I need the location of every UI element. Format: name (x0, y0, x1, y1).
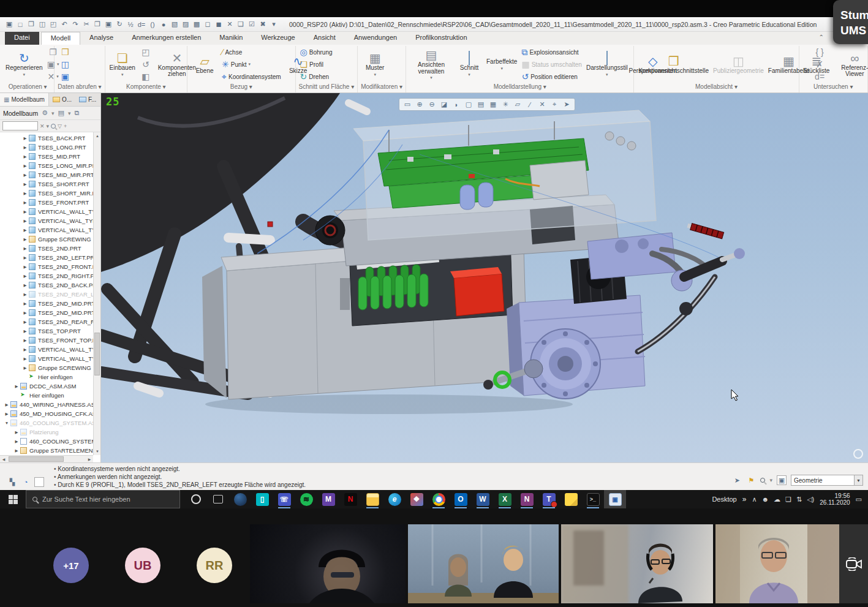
tree-item[interactable]: ▶ TSES_FRONT.PRT (0, 198, 100, 207)
import-image-button[interactable]: ▣ (58, 70, 72, 83)
sync-icon[interactable]: ⇅ (796, 496, 802, 503)
ribbon-tab[interactable]: Anwendungen (345, 32, 406, 45)
tree-settings-icon[interactable]: ⚙ (42, 109, 48, 117)
tree-expander-icon[interactable]: ▶ (22, 154, 28, 159)
outlook-icon[interactable]: O (450, 490, 472, 508)
cortana-icon[interactable] (185, 490, 207, 508)
mirror-component-button[interactable]: ◧ (138, 70, 153, 83)
tree-expander-icon[interactable]: ▶ (22, 311, 28, 315)
shared-data-button[interactable]: ◫ (58, 58, 72, 70)
plane-display-icon[interactable]: ▱ (512, 99, 523, 110)
camera-panel[interactable] (839, 524, 868, 603)
whatsapp-icon[interactable]: ☏ (273, 490, 295, 508)
undo-icon[interactable]: ↶ (59, 19, 70, 30)
browser-globe-icon[interactable]: ◔ (21, 477, 31, 487)
sticky-notes-icon[interactable] (560, 490, 582, 508)
ribbon-tab[interactable]: Ansicht (304, 32, 345, 45)
filter-icon[interactable]: ▽ (58, 123, 62, 129)
tree-item[interactable]: Hier einfügen (0, 372, 100, 382)
ribbon-tab[interactable]: Profilkonstruktion (406, 32, 476, 45)
select-working-window-icon[interactable]: ☑ (246, 19, 257, 30)
overflow-icon[interactable]: » (742, 495, 747, 503)
create-component-button[interactable]: ◰ (138, 46, 153, 58)
graphics-viewport[interactable]: 25 ▭⊕⊖◪◗▢▤▦✳▱⁄✕⌖➤ (101, 93, 868, 462)
regenerieren-button[interactable]: ↻ Regenerieren ▾ (4, 46, 44, 83)
ribbon-tab[interactable]: Modell (41, 32, 80, 45)
window-icon[interactable]: ❏ (235, 19, 246, 30)
clear-search-icon[interactable]: ✕ (40, 123, 45, 129)
tree-item[interactable]: ▶ TSES_FRONT_TOP.P (0, 336, 100, 345)
chevron-down-icon[interactable]: ▾ (47, 123, 50, 129)
tree-expander-icon[interactable]: ▶ (4, 412, 10, 417)
achse-button[interactable]: ⁄Achse (221, 46, 282, 58)
excel-icon[interactable]: X (494, 490, 516, 508)
selection-filter-dropdown[interactable]: Geometrie ▼ (791, 475, 863, 486)
taskbar-clock[interactable]: 19:56 26.11.2020 (820, 492, 850, 506)
tree-item[interactable]: ▶ 460_COOLING_SYSTEM_ (0, 437, 100, 446)
tree-item[interactable]: ▶ TSES_2ND_RIGHT.P (0, 271, 100, 281)
video-tile-2[interactable] (408, 524, 559, 603)
cut-icon[interactable]: ✂ (81, 19, 92, 30)
scrollbar-thumb[interactable] (94, 333, 100, 375)
farbeffekte-button[interactable]: Farbeffekte ▾ (485, 46, 518, 83)
ebene-button[interactable]: ▱ Ebene (191, 46, 219, 83)
tree-expander-icon[interactable]: ▶ (22, 200, 28, 205)
creo-app-icon[interactable]: ▣ (4, 19, 15, 30)
game-app-icon[interactable]: ❖ (406, 490, 428, 508)
tree-expander-icon[interactable]: ▶ (22, 329, 28, 334)
tree-expander-icon[interactable]: ▶ (22, 292, 28, 297)
scroll-up-icon[interactable]: ▲ (94, 132, 100, 140)
select-arrow-icon[interactable]: ➤ (732, 475, 742, 485)
tree-expander-icon[interactable]: ▶ (13, 430, 20, 435)
tree-expander-icon[interactable]: ▶ (22, 182, 28, 187)
copy-icon[interactable]: ❐ (92, 19, 103, 30)
hidden-line-icon[interactable]: ◻ (202, 19, 213, 30)
participant-avatar-rr[interactable]: RR (197, 548, 232, 583)
tree-expander-icon[interactable]: ▶ (22, 164, 28, 168)
save-icon[interactable]: ◫ (37, 19, 48, 30)
overflow-participants-avatar[interactable]: +17 (53, 548, 89, 583)
redo-icon[interactable]: ↷ (70, 19, 81, 30)
tree-item[interactable]: ▶ TSES_2ND_MID.PRT (0, 299, 100, 308)
tree-expander-icon[interactable]: ▶ (22, 209, 28, 214)
onenote-icon[interactable]: N (516, 490, 538, 508)
shading-icon[interactable]: ◗ (451, 99, 462, 110)
tree-item[interactable]: ▶ TSES_TOP.PRT (0, 326, 100, 336)
repaint-icon[interactable]: ◪ (439, 99, 450, 110)
zoom-window-icon[interactable]: ▭ (402, 99, 413, 110)
paste-icon[interactable]: ▣ (103, 19, 114, 30)
tree-expander-icon[interactable]: ▶ (22, 320, 28, 325)
terminal-icon[interactable]: >_ (582, 490, 604, 508)
scroll-down-icon[interactable]: ▼ (94, 448, 100, 455)
chevron-down-icon[interactable]: ▾ (769, 477, 772, 483)
netflix-icon[interactable]: N (339, 490, 361, 508)
tree-item[interactable]: ▼ 460_COOLING_SYSTEM.ASM (0, 418, 100, 428)
csys-display-icon[interactable]: ⌖ (549, 99, 560, 110)
ribbon-tab[interactable]: Anmerkungen erstellen (123, 32, 210, 45)
repeat-component-button[interactable]: ↺ (138, 58, 153, 70)
teams-icon[interactable]: T (538, 490, 560, 508)
koordinatensystem-button[interactable]: ⌖Koordinatensystem (221, 70, 282, 83)
expand-search-icon[interactable]: + (64, 123, 67, 129)
flag-icon[interactable]: ⚑ (746, 475, 756, 485)
regenerate-icon[interactable]: ↻ (114, 19, 125, 30)
steam-icon[interactable] (229, 490, 251, 508)
muster-button[interactable]: ▦ Muster ▾ (361, 46, 389, 83)
video-tile-3[interactable] (561, 524, 713, 603)
stueckliste-button[interactable]: ≣ Stückliste (802, 46, 831, 83)
saved-views-icon[interactable]: ▤ (475, 99, 486, 110)
tab-modellbaum[interactable]: ▦ Modellbaum (0, 93, 49, 106)
tree-expander-icon[interactable]: ▶ (13, 439, 20, 444)
tree-expander-icon[interactable]: ▶ (22, 173, 28, 178)
tree-expander-icon[interactable]: ▶ (22, 338, 28, 343)
close-window-icon[interactable]: ✖ (257, 19, 268, 30)
tree-item[interactable]: ▶ VERTICAL_WALL_TY (0, 225, 100, 235)
tree-item[interactable]: ▶ TSES_2ND.PRT (0, 244, 100, 253)
profil-button[interactable]: ❏Profil (299, 58, 334, 70)
shade-icon[interactable]: ▨ (180, 19, 191, 30)
tree-item[interactable]: ▶ VERTICAL_WALL_TY (0, 207, 100, 216)
start-button[interactable] (0, 490, 26, 508)
tree-item[interactable]: ▶ Gruppe SCREWING (0, 363, 100, 372)
tree-item[interactable]: ▶ VERTICAL_WALL_TY (0, 354, 100, 363)
tree-expander-icon[interactable]: ▶ (22, 136, 28, 141)
